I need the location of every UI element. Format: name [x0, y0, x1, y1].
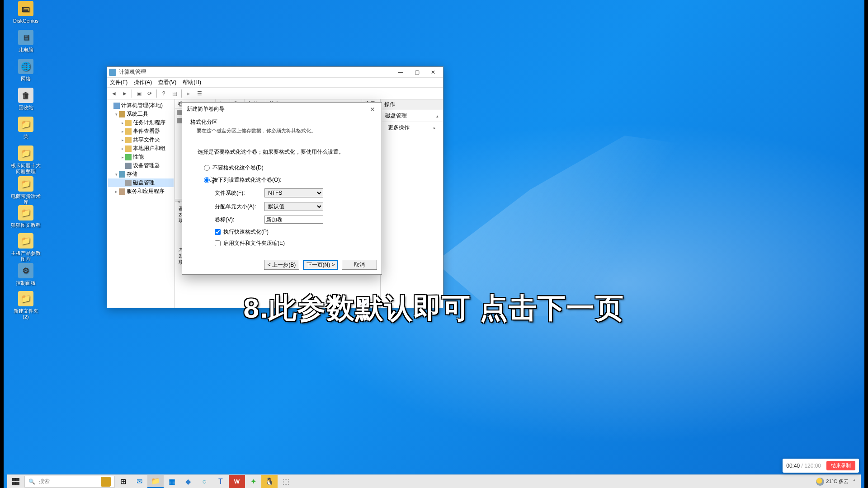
action-more[interactable]: 更多操作▸: [381, 122, 443, 133]
task-mail[interactable]: ✉: [131, 475, 147, 488]
wizard-title: 新建简单卷向导: [187, 105, 225, 113]
desktop-icon-this-pc[interactable]: 🖥此电脑: [10, 30, 42, 53]
tree-shared-folders[interactable]: ▸共享文件夹: [108, 136, 174, 144]
start-button[interactable]: [7, 475, 24, 488]
tray-weather[interactable]: 21°C 多云: [816, 478, 849, 486]
search-placeholder: 搜索: [39, 478, 50, 485]
toolbar: ◄ ► ▣ ⟳ ? ▤ ▸ ☰: [107, 88, 443, 99]
desktop-icon-folder-cat[interactable]: 📁猫猫图文教程: [10, 205, 42, 228]
wizard-cancel-button[interactable]: 取消: [342, 260, 377, 270]
close-button[interactable]: ✕: [425, 67, 441, 77]
label-filesystem: 文件系统(F):: [215, 189, 264, 197]
tree-pane[interactable]: 计算机管理(本地) ▾系统工具 ▸任务计划程序 ▸事件查看器 ▸共享文件夹 ▸本…: [107, 99, 175, 308]
label-alloc: 分配单元大小(A):: [215, 203, 264, 211]
tool-forward[interactable]: ►: [120, 89, 130, 99]
action-disk-mgmt[interactable]: 磁盘管理▴: [381, 110, 443, 122]
tool-list[interactable]: ☰: [194, 89, 204, 99]
desktop-icon-recycle-bin[interactable]: 🗑回收站: [10, 88, 42, 111]
radio-format[interactable]: [204, 177, 210, 183]
wizard-section-desc: 要在这个磁盘分区上储存数据，你必须先将其格式化。: [190, 127, 373, 134]
tool-help[interactable]: ?: [159, 89, 169, 99]
minimize-button[interactable]: —: [392, 67, 409, 77]
menubar: 文件(F) 操作(A) 查看(V) 帮助(H): [107, 78, 443, 88]
chevron-up-icon: ▴: [436, 114, 439, 118]
recording-overlay: 00:40 / 120:00 结束录制: [783, 459, 859, 473]
tray-overflow-icon[interactable]: ˄: [851, 479, 857, 484]
taskbar-search[interactable]: 🔍 搜索: [24, 476, 115, 488]
taskbar: 🔍 搜索 ⊞ ✉ 📁 ▦ ◆ ○ T W ✦ 🐧 ⬚ 21°C 多云 ˄: [7, 474, 861, 488]
tool-prop[interactable]: ▤: [170, 89, 179, 99]
desktop-icon-control-panel[interactable]: ⚙控制面板: [10, 263, 42, 286]
label-volname: 卷标(V):: [215, 216, 264, 224]
desktop-icon-diskgenius[interactable]: 🖴DiskGenius: [10, 1, 42, 24]
wizard-section-title: 格式化分区: [190, 118, 373, 126]
task-store[interactable]: ▦: [164, 475, 180, 488]
weather-icon: [816, 478, 824, 486]
system-tray: 21°C 多云 ˄: [816, 478, 861, 486]
wizard-back-button[interactable]: < 上一步(B): [264, 260, 299, 270]
select-filesystem[interactable]: NTFS: [264, 188, 323, 197]
menu-help[interactable]: 帮助(H): [183, 79, 201, 86]
search-icon: 🔍: [28, 479, 35, 485]
select-alloc[interactable]: 默认值: [264, 202, 323, 211]
tree-disk-management[interactable]: 磁盘管理: [108, 178, 174, 187]
input-volname[interactable]: [264, 216, 323, 224]
desktop-icon-network[interactable]: 🌐网络: [10, 59, 42, 82]
task-app-blue[interactable]: ◆: [180, 475, 196, 488]
wizard-close-button[interactable]: ✕: [368, 106, 377, 113]
menu-view[interactable]: 查看(V): [158, 79, 176, 86]
tool-back[interactable]: ◄: [109, 89, 119, 99]
radio-no-format[interactable]: [204, 165, 210, 171]
tree-device-manager[interactable]: 设备管理器: [108, 161, 174, 170]
tree-event-viewer[interactable]: ▸事件查看器: [108, 127, 174, 136]
desktop-icon-folder-rong[interactable]: 📁荣: [10, 117, 42, 140]
tree-task-scheduler[interactable]: ▸任务计划程序: [108, 118, 174, 127]
desktop-icon-folder-board[interactable]: 📁板卡问题十大 问题整理: [10, 145, 42, 174]
tree-root[interactable]: 计算机管理(本地): [108, 101, 174, 110]
task-wechat[interactable]: ✦: [245, 475, 261, 488]
radio-format-label: 按下列设置格式化这个卷(O):: [212, 176, 282, 184]
maximize-button[interactable]: ▢: [409, 67, 425, 77]
task-wps[interactable]: W: [229, 475, 245, 488]
tool-refresh[interactable]: ⟳: [145, 89, 155, 99]
wizard-next-button[interactable]: 下一页(N) >: [303, 260, 338, 270]
check-quick-format[interactable]: [215, 229, 221, 235]
desktop-icon-folder-script[interactable]: 📁电商带货话术 库: [10, 176, 42, 205]
check-compress-label: 启用文件和文件夹压缩(E): [223, 239, 285, 247]
tree-performance[interactable]: ▸性能: [108, 153, 174, 161]
titlebar[interactable]: 计算机管理 — ▢ ✕: [107, 67, 443, 78]
action-pane: 操作 磁盘管理▴ 更多操作▸: [381, 99, 443, 308]
check-quick-label: 执行快速格式化(P): [223, 228, 269, 236]
wizard-prompt: 选择是否要格式化这个卷；如果要格式化，要使用什么设置。: [198, 148, 366, 156]
tree-storage[interactable]: ▾存储: [108, 170, 174, 178]
task-app-t[interactable]: T: [212, 475, 229, 488]
desktop-icon-folder-product[interactable]: 📁主板产品参数 图片: [10, 233, 42, 262]
tool-x[interactable]: ▸: [184, 89, 193, 99]
check-compress[interactable]: [215, 240, 221, 246]
tree-system-tools[interactable]: ▾系统工具: [108, 110, 174, 118]
task-explorer[interactable]: 📁: [147, 475, 164, 488]
task-qq[interactable]: 🐧: [261, 475, 278, 488]
stop-recording-button[interactable]: 结束录制: [826, 461, 855, 470]
action-header: 操作: [381, 99, 443, 110]
app-icon: [109, 69, 116, 76]
new-simple-volume-wizard: 新建简单卷向导 ✕ 格式化分区 要在这个磁盘分区上储存数据，你必须先将其格式化。…: [182, 102, 382, 275]
radio-no-format-label: 不要格式化这个卷(D): [212, 164, 264, 172]
tree-services-apps[interactable]: ▸服务和应用程序: [108, 187, 174, 196]
tool-up[interactable]: ▣: [134, 89, 144, 99]
window-title: 计算机管理: [119, 68, 146, 76]
recording-time: 00:40 / 120:00: [786, 463, 821, 469]
chevron-right-icon: ▸: [434, 126, 436, 130]
menu-action[interactable]: 操作(A): [134, 79, 152, 86]
radio-format-row[interactable]: 按下列设置格式化这个卷(O):: [204, 176, 366, 184]
tutorial-annotation: 8.此参数默认即可 点击下一页: [4, 289, 864, 327]
menu-file[interactable]: 文件(F): [110, 79, 127, 86]
radio-no-format-row[interactable]: 不要格式化这个卷(D): [204, 164, 366, 172]
lamp-icon: [101, 477, 111, 487]
task-app-gray[interactable]: ⬚: [278, 475, 294, 488]
tree-local-users[interactable]: ▸本地用户和组: [108, 144, 174, 153]
task-taskview[interactable]: ⊞: [115, 475, 131, 488]
task-edge[interactable]: ○: [196, 475, 212, 488]
